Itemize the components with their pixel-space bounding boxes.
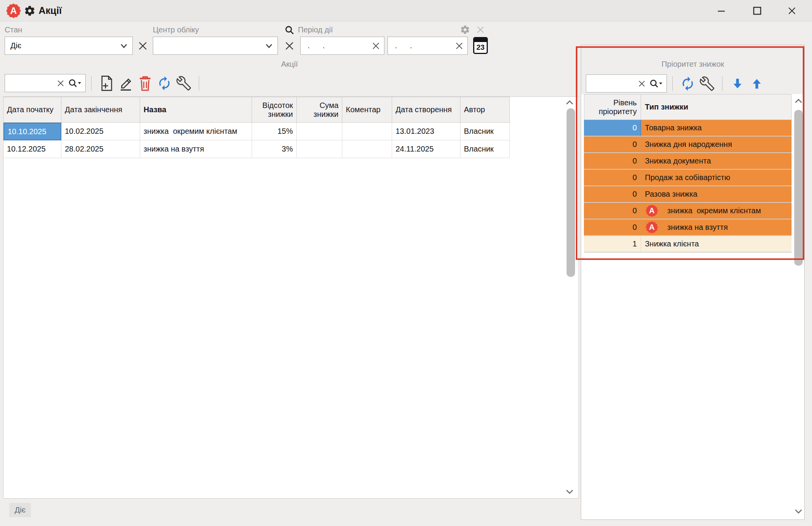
table-cell[interactable]: 0 — [584, 170, 641, 186]
search-icon — [284, 25, 294, 35]
column-header[interactable]: Дата початку — [3, 97, 61, 123]
center-filter-combobox[interactable] — [153, 37, 278, 55]
table-row[interactable]: 0 Знижка документа — [584, 153, 792, 170]
refresh-button[interactable] — [155, 74, 174, 92]
table-cell[interactable]: Знижка дня народження — [641, 137, 792, 153]
column-header[interactable]: Дата закінчення — [61, 97, 140, 123]
column-header[interactable]: Відсоток знижки — [252, 97, 297, 123]
state-filter-clear-icon[interactable] — [136, 39, 150, 53]
edit-record-button[interactable] — [116, 74, 135, 92]
column-header[interactable]: Сума знижки — [297, 97, 342, 123]
period-from-input[interactable]: . . — [300, 37, 384, 55]
table-cell[interactable]: Власник — [460, 123, 510, 140]
period-close-icon[interactable] — [476, 25, 485, 34]
table-cell[interactable]: Власник — [460, 140, 510, 158]
table-cell[interactable] — [342, 123, 392, 140]
right-search-clear-icon[interactable] — [638, 80, 646, 88]
table-cell[interactable]: Разова знижка — [641, 186, 792, 203]
table-cell[interactable]: 1 — [584, 236, 641, 253]
calendar-day: 23 — [474, 42, 487, 53]
table-row[interactable]: 1 Знижка клієнта — [584, 236, 792, 253]
left-search-clear-icon[interactable] — [57, 79, 64, 87]
table-row[interactable]: 0 Разова знижка — [584, 186, 792, 203]
table-cell[interactable]: A знижка окремим клієнтам — [641, 203, 792, 219]
table-cell[interactable]: 13.01.2023 — [392, 123, 460, 140]
table-cell[interactable]: знижка окремим клієнтам — [140, 123, 252, 140]
scrollbar-thumb[interactable] — [794, 110, 803, 266]
table-cell[interactable]: 10.02.2025 — [61, 123, 140, 140]
close-button[interactable] — [783, 3, 801, 19]
period-to-input[interactable]: . . — [387, 37, 468, 55]
period-from-clear-icon[interactable] — [372, 42, 380, 50]
maximize-button[interactable] — [748, 3, 766, 19]
table-cell[interactable]: 0 — [584, 203, 641, 219]
scroll-down-icon[interactable] — [565, 487, 575, 497]
table-cell[interactable]: Знижка клієнта — [641, 236, 792, 253]
column-header[interactable]: Назва — [140, 97, 252, 123]
table-cell[interactable]: Товарна знижка — [641, 120, 792, 137]
table-row[interactable]: 0 A знижка окремим клієнтам — [584, 203, 792, 219]
table-cell[interactable]: 28.02.2025 — [61, 140, 140, 158]
period-to-value: . . — [388, 41, 455, 50]
state-filter-combobox[interactable]: Діє — [5, 37, 133, 55]
table-cell-selected[interactable]: 0 — [584, 120, 641, 137]
table-row[interactable]: 10.10.2025 10.02.2025 знижка окремим клі… — [3, 123, 579, 140]
table-cell[interactable] — [297, 123, 342, 140]
scrollbar-thumb[interactable] — [567, 108, 575, 277]
left-search-box[interactable] — [5, 74, 86, 92]
calendar-icon[interactable]: 23 — [473, 37, 488, 54]
right-search-dropdown-icon[interactable] — [650, 79, 663, 88]
scroll-up-icon[interactable] — [793, 96, 804, 106]
scroll-up-icon[interactable] — [565, 98, 575, 108]
table-cell[interactable]: 3% — [252, 140, 297, 158]
left-search-input[interactable] — [5, 74, 57, 92]
minimize-button[interactable] — [712, 3, 731, 19]
column-header[interactable]: Тип знижки — [641, 94, 792, 120]
scroll-down-icon[interactable] — [793, 506, 804, 516]
right-search-box[interactable] — [586, 74, 667, 93]
chevron-down-icon[interactable] — [120, 43, 128, 49]
table-cell[interactable]: Знижка документа — [641, 153, 792, 170]
table-row[interactable]: 0 Продаж за собівартістю — [584, 170, 792, 186]
table-cell[interactable]: 0 — [584, 186, 641, 203]
table-cell[interactable] — [297, 140, 342, 158]
table-cell-text: знижка окремим клієнтам — [667, 206, 761, 215]
table-cell[interactable]: знижка на взуття — [140, 140, 252, 158]
table-cell[interactable]: 10.12.2025 — [3, 140, 61, 158]
table-cell-selected[interactable]: 10.10.2025 — [3, 123, 61, 140]
table-cell[interactable]: A знижка на взуття — [641, 219, 792, 236]
period-settings-gear-icon[interactable] — [460, 25, 470, 35]
table-cell[interactable]: 24.11.2025 — [392, 140, 460, 158]
table-cell[interactable]: 0 — [584, 137, 641, 153]
table-row[interactable]: 0 Знижка дня народження — [584, 137, 792, 153]
center-filter-label: Центр обліку — [153, 25, 199, 34]
table-cell[interactable] — [342, 140, 392, 158]
table-cell[interactable]: 0 — [584, 153, 641, 170]
move-priority-down-button[interactable] — [728, 75, 747, 93]
column-header[interactable]: Коментар — [342, 97, 392, 123]
right-refresh-button[interactable] — [678, 75, 697, 93]
add-record-button[interactable] — [97, 74, 116, 92]
chevron-down-icon[interactable] — [265, 43, 273, 49]
left-panel-caption: Акції — [0, 60, 579, 69]
period-to-clear-icon[interactable] — [455, 42, 464, 50]
table-row[interactable]: 0 A знижка на взуття — [584, 219, 792, 236]
center-filter-clear-icon[interactable] — [283, 39, 296, 53]
table-cell[interactable]: 0 — [584, 219, 641, 236]
column-header[interactable]: Автор — [460, 97, 510, 123]
move-priority-up-button[interactable] — [747, 75, 766, 93]
right-search-input[interactable] — [586, 75, 638, 92]
left-toolbar — [5, 74, 205, 92]
table-cell[interactable]: Продаж за собівартістю — [641, 170, 792, 186]
toolbar-separator — [672, 76, 673, 91]
table-row[interactable]: 10.12.2025 28.02.2025 знижка на взуття 3… — [3, 140, 579, 158]
table-row[interactable]: 0 Товарна знижка — [584, 120, 792, 137]
column-header[interactable]: Дата створення — [392, 97, 460, 123]
table-cell[interactable]: 15% — [252, 123, 297, 140]
left-search-dropdown-icon[interactable] — [68, 79, 81, 88]
delete-record-button[interactable] — [135, 74, 155, 92]
right-settings-wrench-icon[interactable] — [697, 75, 717, 93]
settings-wrench-icon[interactable] — [174, 74, 193, 92]
column-header[interactable]: Рівень пріоритету — [584, 94, 641, 120]
promo-badge-icon: A — [646, 221, 658, 234]
